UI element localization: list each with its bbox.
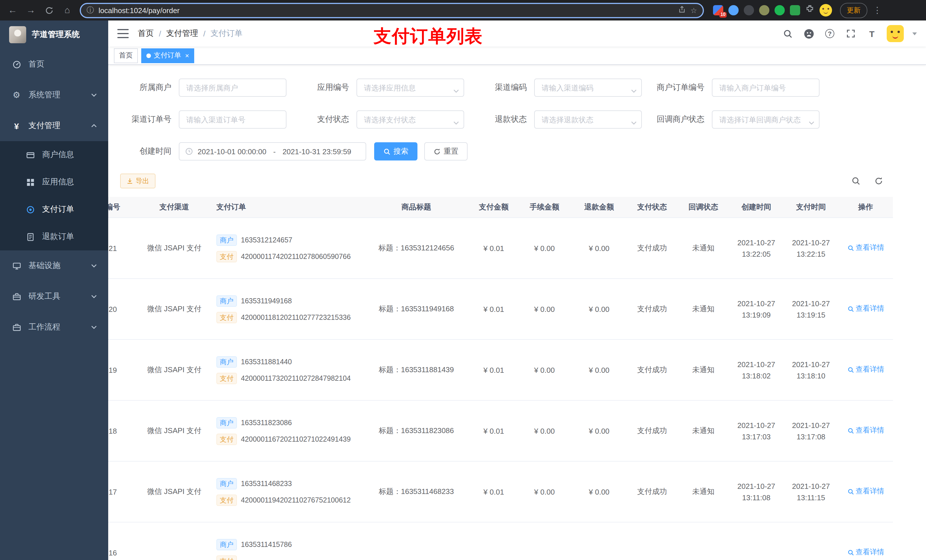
search-icon[interactable]: [781, 27, 794, 40]
extension-icon[interactable]: [790, 5, 800, 15]
github-icon[interactable]: [802, 27, 815, 40]
cell-refund: ¥ 0.00: [572, 244, 626, 252]
sidebar-item-infra[interactable]: 基础设施: [0, 251, 108, 281]
navbar-actions: ? T: [781, 25, 917, 42]
url-bar[interactable]: ⓘ localhost:1024/pay/order ☆: [80, 3, 704, 18]
font-size-icon[interactable]: T: [865, 27, 878, 40]
avatar-caret-icon[interactable]: [912, 32, 917, 35]
chevron-up-icon: [91, 124, 97, 127]
pay-status-select[interactable]: [357, 110, 464, 128]
channel-code-select[interactable]: [534, 78, 642, 97]
browser-menu-icon[interactable]: ⋮: [873, 5, 882, 15]
cell-fee: ¥ 0.00: [517, 427, 572, 435]
dashboard-icon: [11, 60, 22, 69]
hamburger-icon[interactable]: [117, 29, 129, 38]
show-search-icon[interactable]: [851, 176, 861, 186]
back-icon[interactable]: ←: [5, 2, 21, 18]
url-text[interactable]: localhost:1024/pay/order: [98, 6, 674, 15]
bookmark-star-icon[interactable]: ☆: [690, 6, 697, 15]
sidebar-item-refund-order[interactable]: 退款订单: [0, 223, 108, 251]
sidebar-item-workflow[interactable]: 工作流程: [0, 312, 108, 343]
sidebar-item-system[interactable]: ⚙ 系统管理: [0, 80, 108, 110]
browser-update-button[interactable]: 更新: [840, 3, 867, 18]
cell-id: 19: [108, 366, 140, 374]
cell-pay-order: 商户 1635311881440 支付 42000011732021102728…: [209, 356, 362, 384]
sidebar-item-app-info[interactable]: 应用信息: [0, 169, 108, 196]
merchant-tag: 商户: [216, 234, 237, 246]
briefcase-icon: [11, 323, 22, 332]
cell-amount: ¥ 0.01: [471, 427, 517, 435]
extension-icon[interactable]: [759, 5, 769, 15]
user-avatar[interactable]: [887, 25, 904, 42]
browser-profile-avatar[interactable]: [820, 4, 832, 17]
view-detail-link[interactable]: 查看详情: [847, 243, 884, 253]
cell-create-time: 2021-10-2713:17:03: [729, 421, 784, 441]
chevron-down-icon: [91, 93, 97, 97]
reset-button[interactable]: 重置: [424, 142, 468, 160]
tab-pay-order[interactable]: 支付订单 ×: [141, 48, 194, 63]
cell-channel: 微信 JSAPI 支付: [140, 487, 209, 497]
filter-merchant: 所属商户: [116, 78, 294, 97]
cell-amount: ¥ 0.01: [471, 305, 517, 313]
sidebar-item-payment[interactable]: ¥ 支付管理: [0, 110, 108, 141]
cell-create-time: 2021-10-2713:19:09: [729, 299, 784, 319]
table-row: 18 微信 JSAPI 支付 商户 1635311823086 支付 42000…: [108, 401, 893, 462]
export-button[interactable]: 导出: [120, 174, 156, 189]
help-icon[interactable]: ?: [823, 27, 836, 40]
view-detail-link[interactable]: 查看详情: [847, 487, 884, 497]
chevron-down-icon: [91, 295, 97, 298]
filter-row-1: 所属商户 应用编号 渠道编码 商户订单编号: [116, 78, 926, 97]
tabs-bar: 首页 支付订单 ×: [108, 47, 926, 65]
browser-chrome: ← → ⌂ ⓘ localhost:1024/pay/order ☆ 10: [0, 0, 926, 21]
notify-status-select[interactable]: [712, 110, 820, 128]
app-logo[interactable]: 芋道管理系统: [0, 21, 108, 49]
cell-refund: ¥ 0.00: [572, 305, 626, 313]
monitor-icon: [11, 261, 22, 270]
fullscreen-icon[interactable]: [844, 27, 857, 40]
site-info-icon[interactable]: ⓘ: [86, 5, 94, 15]
forward-icon[interactable]: →: [23, 2, 39, 18]
view-detail-link[interactable]: 查看详情: [847, 365, 884, 375]
extension-icon[interactable]: [728, 5, 738, 15]
sidebar-item-home[interactable]: 首页: [0, 49, 108, 80]
breadcrumb-home[interactable]: 首页: [138, 29, 154, 39]
home-icon[interactable]: ⌂: [59, 2, 75, 18]
view-detail-link[interactable]: 查看详情: [847, 426, 884, 436]
sidebar-item-pay-order[interactable]: 支付订单: [0, 196, 108, 223]
merchant-order-no: 1635311823086: [241, 418, 292, 427]
sidebar-item-dev-tools[interactable]: 研发工具: [0, 281, 108, 312]
logo-image: [9, 26, 26, 43]
cell-fee: ¥ 0.00: [517, 488, 572, 496]
cell-fee: ¥ 0.00: [517, 244, 572, 252]
channel-order-no-input[interactable]: [179, 110, 286, 128]
cell-pay-order: 商户 1635311823086 支付 42000011672021102710…: [209, 417, 362, 445]
search-button[interactable]: 搜索: [374, 142, 418, 160]
view-detail-link[interactable]: 查看详情: [847, 548, 884, 557]
app-no-select[interactable]: [357, 78, 464, 97]
cell-title: 标题：1635311949168: [362, 304, 471, 314]
tab-home[interactable]: 首页: [114, 48, 138, 63]
refund-status-select[interactable]: [534, 110, 642, 128]
sidebar-item-merchant-info[interactable]: 商户信息: [0, 141, 108, 169]
breadcrumb-payment[interactable]: 支付管理: [166, 29, 198, 39]
share-icon[interactable]: [679, 6, 686, 15]
date-start: 2021-10-01 00:00:00: [198, 147, 266, 155]
refresh-icon[interactable]: [874, 176, 884, 186]
tab-close-icon[interactable]: ×: [185, 51, 189, 59]
create-time-range-picker[interactable]: 2021-10-01 00:00:00 - 2021-10-31 23:59:5…: [179, 142, 366, 160]
extension-icon[interactable]: [775, 5, 785, 15]
pay-tag: 支付: [216, 433, 237, 445]
extension-icon[interactable]: 10: [713, 5, 723, 15]
merchant-input[interactable]: [179, 78, 286, 97]
merchant-order-no-input[interactable]: [712, 78, 820, 97]
pay-order-no: 4200001167202110271022491439: [241, 435, 351, 443]
table-row: 17 微信 JSAPI 支付 商户 1635311468233 支付 42000…: [108, 462, 893, 522]
extensions-puzzle-icon[interactable]: [805, 5, 814, 16]
extension-icon[interactable]: [744, 5, 754, 15]
filter-row-3: 创建时间 2021-10-01 00:00:00 - 2021-10-31 23…: [116, 142, 926, 160]
cell-status: 支付成功: [626, 243, 678, 253]
document-icon: [25, 232, 35, 241]
reload-icon[interactable]: [41, 2, 57, 18]
table-toolbar: 导出: [120, 173, 926, 189]
view-detail-link[interactable]: 查看详情: [847, 304, 884, 314]
